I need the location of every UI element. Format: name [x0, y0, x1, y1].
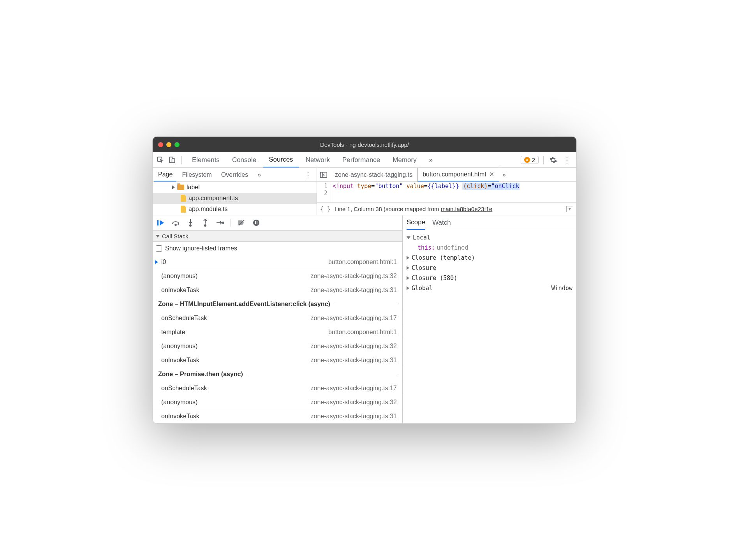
editor-tab-zone[interactable]: zone-async-stack-tagging.ts [330, 168, 417, 181]
minimize-window-button[interactable] [166, 142, 171, 147]
svg-point-12 [222, 222, 224, 224]
callstack-frame[interactable]: onScheduleTaskzone-async-stack-tagging.t… [153, 311, 402, 325]
scope-pane: Scope Watch Local this: undefined Closur… [403, 215, 576, 423]
editor-tabs-overflow[interactable]: » [499, 171, 509, 178]
tab-sources[interactable]: Sources [263, 152, 298, 167]
device-toolbar-icon[interactable] [167, 155, 177, 165]
zoom-window-button[interactable] [174, 142, 180, 147]
gear-icon[interactable] [548, 155, 558, 165]
scope-tab-scope[interactable]: Scope [407, 215, 425, 230]
main-toolbar: Elements Console Sources Network Perform… [153, 152, 576, 168]
svg-point-10 [204, 225, 206, 226]
editor-pane: zone-async-stack-tagging.ts button.compo… [317, 168, 576, 215]
svg-point-14 [253, 220, 259, 226]
callstack-frame[interactable]: (anonymous)zone-async-stack-tagging.ts:3… [153, 395, 402, 409]
svg-rect-2 [172, 158, 174, 162]
file-tree: label app.component.ts app.module.ts env… [153, 182, 317, 215]
chevron-right-icon [172, 185, 175, 189]
source-map-link[interactable]: main.fa8bfa0e23f1e [441, 206, 493, 212]
toggle-navigator-icon[interactable] [317, 168, 330, 181]
chevron-right-icon [407, 286, 409, 290]
step-out-icon[interactable] [201, 218, 210, 227]
error-count: 2 [532, 157, 535, 163]
callstack-frame[interactable]: onInvokeTaskzone-async-stack-tagging.ts:… [153, 353, 402, 367]
callstack-frame[interactable]: i0button.component.html:1 [153, 255, 402, 269]
cursor-position: Line 1, Column 38 (source mapped from ma… [335, 206, 492, 212]
chevron-right-icon [407, 266, 409, 270]
pause-on-exceptions-icon[interactable] [252, 218, 261, 227]
tab-network[interactable]: Network [300, 152, 335, 167]
pretty-print-icon[interactable]: { } [320, 206, 331, 213]
navigator-pane: Page Filesystem Overrides » ⋮ label app.… [153, 168, 317, 215]
scope-this[interactable]: this: undefined [407, 243, 572, 253]
resume-icon[interactable] [157, 218, 165, 227]
callstack-frame[interactable]: onInvokeTaskzone-async-stack-tagging.ts:… [153, 283, 402, 297]
more-icon[interactable]: ⋮ [560, 155, 574, 165]
tab-console[interactable]: Console [227, 152, 262, 167]
step-into-icon[interactable] [186, 218, 195, 227]
tree-item-label: app.component.ts [188, 195, 238, 202]
line-gutter: 1 2 [317, 182, 331, 203]
checkbox[interactable] [156, 245, 162, 252]
callstack-zone-header: Zone – Promise.then (async) [153, 367, 402, 381]
devtools-window: DevTools - ng-devtools.netlify.app/ Elem… [152, 136, 577, 424]
step-over-icon[interactable] [171, 218, 180, 227]
callstack-frame[interactable]: templatebutton.component.html:1 [153, 325, 402, 339]
scope-local[interactable]: Local [407, 232, 572, 243]
tab-memory[interactable]: Memory [387, 152, 422, 167]
traffic-lights [153, 142, 180, 147]
callstack-frame[interactable]: (anonymous)zone-async-stack-tagging.ts:3… [153, 339, 402, 353]
nav-more-icon[interactable]: ⋮ [301, 170, 315, 180]
scope-closure-template[interactable]: Closure (template) [407, 253, 572, 263]
step-icon[interactable] [216, 218, 224, 227]
tabs-overflow[interactable]: » [424, 152, 438, 167]
scope-closure[interactable]: Closure [407, 263, 572, 273]
scope-tab-watch[interactable]: Watch [432, 215, 451, 230]
tree-file-app-component[interactable]: app.component.ts [153, 193, 317, 204]
chevron-down-icon [407, 236, 410, 239]
tree-item-label: label [187, 184, 200, 191]
svg-rect-16 [257, 221, 257, 224]
tab-elements[interactable]: Elements [187, 152, 225, 167]
tree-folder-environments[interactable]: environments [153, 215, 317, 215]
tree-folder-label[interactable]: label [153, 182, 317, 193]
callstack-frame[interactable]: (anonymous)zone-async-stack-tagging.ts:3… [153, 269, 402, 283]
inspect-element-icon[interactable] [155, 155, 165, 165]
deactivate-breakpoints-icon[interactable] [237, 218, 246, 227]
svg-point-8 [190, 225, 191, 226]
close-window-button[interactable] [158, 142, 163, 147]
debugger-toolbar [153, 215, 402, 230]
callstack-frame[interactable]: onScheduleTaskzone-async-stack-tagging.t… [153, 381, 402, 395]
svg-rect-5 [157, 220, 158, 225]
file-icon [181, 206, 186, 213]
close-tab-icon[interactable]: ✕ [489, 171, 494, 178]
editor-tab-button-component[interactable]: button.component.html ✕ [417, 168, 499, 181]
folder-icon [177, 185, 184, 190]
scope-closure-580[interactable]: Closure (580) [407, 273, 572, 283]
editor-tab-label: zone-async-stack-tagging.ts [335, 171, 412, 178]
tab-performance[interactable]: Performance [337, 152, 386, 167]
nav-tab-page[interactable]: Page [154, 168, 176, 181]
show-ignored-frames-checkbox[interactable]: Show ignore-listed frames [153, 242, 402, 255]
tree-file-app-module[interactable]: app.module.ts [153, 204, 317, 215]
code-editor[interactable]: 1 2 <input type="button" value={{label}}… [317, 182, 576, 203]
editor-status-bar: { } Line 1, Column 38 (source mapped fro… [317, 203, 576, 215]
debugger-pane: Call Stack Show ignore-listed frames i0b… [153, 215, 403, 423]
callstack-frame[interactable]: onInvokeTaskzone-async-stack-tagging.ts:… [153, 409, 402, 423]
scope-tree: Local this: undefined Closure (template)… [403, 230, 576, 296]
tree-item-label: app.module.ts [188, 206, 228, 213]
svg-rect-15 [255, 221, 256, 224]
nav-tabs-overflow[interactable]: » [254, 168, 265, 181]
error-icon: × [524, 157, 530, 163]
chevron-right-icon [407, 276, 409, 280]
chevron-down-icon [156, 235, 160, 238]
nav-tab-filesystem[interactable]: Filesystem [178, 168, 215, 181]
error-count-badge[interactable]: × 2 [521, 156, 539, 164]
nav-tab-overrides[interactable]: Overrides [217, 168, 252, 181]
callstack-header[interactable]: Call Stack [153, 230, 402, 242]
scope-global[interactable]: GlobalWindow [407, 283, 572, 293]
coverage-toggle-icon[interactable]: ▼ [566, 206, 573, 212]
editor-tab-label: button.component.html [423, 171, 486, 178]
file-icon [181, 195, 186, 202]
svg-point-6 [175, 224, 176, 225]
